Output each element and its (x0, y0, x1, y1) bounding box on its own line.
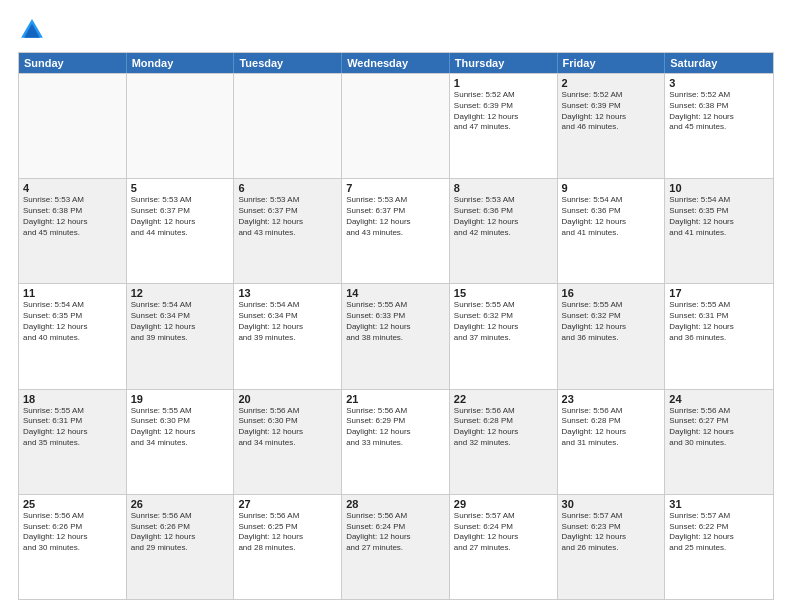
calendar-row-3: 18Sunrise: 5:55 AM Sunset: 6:31 PM Dayli… (19, 389, 773, 494)
day-cell-16: 16Sunrise: 5:55 AM Sunset: 6:32 PM Dayli… (558, 284, 666, 388)
day-cell-12: 12Sunrise: 5:54 AM Sunset: 6:34 PM Dayli… (127, 284, 235, 388)
day-cell-14: 14Sunrise: 5:55 AM Sunset: 6:33 PM Dayli… (342, 284, 450, 388)
day-info: Sunrise: 5:57 AM Sunset: 6:22 PM Dayligh… (669, 511, 769, 554)
day-cell-21: 21Sunrise: 5:56 AM Sunset: 6:29 PM Dayli… (342, 390, 450, 494)
day-number: 17 (669, 287, 769, 299)
empty-cell-0-3 (342, 74, 450, 178)
day-info: Sunrise: 5:57 AM Sunset: 6:23 PM Dayligh… (562, 511, 661, 554)
header-day-monday: Monday (127, 53, 235, 73)
day-cell-1: 1Sunrise: 5:52 AM Sunset: 6:39 PM Daylig… (450, 74, 558, 178)
day-info: Sunrise: 5:56 AM Sunset: 6:28 PM Dayligh… (454, 406, 553, 449)
day-cell-10: 10Sunrise: 5:54 AM Sunset: 6:35 PM Dayli… (665, 179, 773, 283)
day-number: 22 (454, 393, 553, 405)
day-info: Sunrise: 5:53 AM Sunset: 6:38 PM Dayligh… (23, 195, 122, 238)
day-cell-22: 22Sunrise: 5:56 AM Sunset: 6:28 PM Dayli… (450, 390, 558, 494)
header-day-tuesday: Tuesday (234, 53, 342, 73)
header-day-thursday: Thursday (450, 53, 558, 73)
day-number: 5 (131, 182, 230, 194)
day-cell-19: 19Sunrise: 5:55 AM Sunset: 6:30 PM Dayli… (127, 390, 235, 494)
day-cell-17: 17Sunrise: 5:55 AM Sunset: 6:31 PM Dayli… (665, 284, 773, 388)
day-info: Sunrise: 5:56 AM Sunset: 6:27 PM Dayligh… (669, 406, 769, 449)
day-number: 10 (669, 182, 769, 194)
day-cell-11: 11Sunrise: 5:54 AM Sunset: 6:35 PM Dayli… (19, 284, 127, 388)
calendar-header: SundayMondayTuesdayWednesdayThursdayFrid… (19, 53, 773, 73)
day-number: 3 (669, 77, 769, 89)
day-number: 31 (669, 498, 769, 510)
day-number: 19 (131, 393, 230, 405)
day-info: Sunrise: 5:54 AM Sunset: 6:34 PM Dayligh… (238, 300, 337, 343)
day-info: Sunrise: 5:53 AM Sunset: 6:37 PM Dayligh… (346, 195, 445, 238)
day-cell-29: 29Sunrise: 5:57 AM Sunset: 6:24 PM Dayli… (450, 495, 558, 599)
day-cell-27: 27Sunrise: 5:56 AM Sunset: 6:25 PM Dayli… (234, 495, 342, 599)
day-info: Sunrise: 5:56 AM Sunset: 6:26 PM Dayligh… (131, 511, 230, 554)
day-number: 18 (23, 393, 122, 405)
day-info: Sunrise: 5:52 AM Sunset: 6:38 PM Dayligh… (669, 90, 769, 133)
header-day-friday: Friday (558, 53, 666, 73)
header-day-saturday: Saturday (665, 53, 773, 73)
day-cell-4: 4Sunrise: 5:53 AM Sunset: 6:38 PM Daylig… (19, 179, 127, 283)
day-number: 24 (669, 393, 769, 405)
empty-cell-0-0 (19, 74, 127, 178)
day-info: Sunrise: 5:55 AM Sunset: 6:31 PM Dayligh… (23, 406, 122, 449)
day-info: Sunrise: 5:54 AM Sunset: 6:34 PM Dayligh… (131, 300, 230, 343)
day-number: 13 (238, 287, 337, 299)
day-cell-8: 8Sunrise: 5:53 AM Sunset: 6:36 PM Daylig… (450, 179, 558, 283)
day-info: Sunrise: 5:53 AM Sunset: 6:37 PM Dayligh… (238, 195, 337, 238)
day-info: Sunrise: 5:55 AM Sunset: 6:33 PM Dayligh… (346, 300, 445, 343)
day-cell-2: 2Sunrise: 5:52 AM Sunset: 6:39 PM Daylig… (558, 74, 666, 178)
day-number: 27 (238, 498, 337, 510)
day-number: 1 (454, 77, 553, 89)
day-cell-20: 20Sunrise: 5:56 AM Sunset: 6:30 PM Dayli… (234, 390, 342, 494)
day-number: 26 (131, 498, 230, 510)
day-number: 2 (562, 77, 661, 89)
day-info: Sunrise: 5:54 AM Sunset: 6:35 PM Dayligh… (669, 195, 769, 238)
day-info: Sunrise: 5:56 AM Sunset: 6:29 PM Dayligh… (346, 406, 445, 449)
day-number: 20 (238, 393, 337, 405)
header (18, 16, 774, 44)
day-info: Sunrise: 5:53 AM Sunset: 6:37 PM Dayligh… (131, 195, 230, 238)
day-info: Sunrise: 5:55 AM Sunset: 6:32 PM Dayligh… (454, 300, 553, 343)
day-number: 15 (454, 287, 553, 299)
day-number: 14 (346, 287, 445, 299)
day-cell-24: 24Sunrise: 5:56 AM Sunset: 6:27 PM Dayli… (665, 390, 773, 494)
day-number: 7 (346, 182, 445, 194)
day-number: 6 (238, 182, 337, 194)
day-cell-30: 30Sunrise: 5:57 AM Sunset: 6:23 PM Dayli… (558, 495, 666, 599)
day-number: 8 (454, 182, 553, 194)
day-cell-31: 31Sunrise: 5:57 AM Sunset: 6:22 PM Dayli… (665, 495, 773, 599)
day-cell-28: 28Sunrise: 5:56 AM Sunset: 6:24 PM Dayli… (342, 495, 450, 599)
day-info: Sunrise: 5:55 AM Sunset: 6:31 PM Dayligh… (669, 300, 769, 343)
day-cell-6: 6Sunrise: 5:53 AM Sunset: 6:37 PM Daylig… (234, 179, 342, 283)
day-number: 4 (23, 182, 122, 194)
day-number: 9 (562, 182, 661, 194)
logo (18, 16, 50, 44)
calendar-body: 1Sunrise: 5:52 AM Sunset: 6:39 PM Daylig… (19, 73, 773, 599)
day-info: Sunrise: 5:55 AM Sunset: 6:32 PM Dayligh… (562, 300, 661, 343)
day-number: 28 (346, 498, 445, 510)
day-info: Sunrise: 5:56 AM Sunset: 6:26 PM Dayligh… (23, 511, 122, 554)
day-info: Sunrise: 5:55 AM Sunset: 6:30 PM Dayligh… (131, 406, 230, 449)
day-number: 23 (562, 393, 661, 405)
day-number: 11 (23, 287, 122, 299)
calendar: SundayMondayTuesdayWednesdayThursdayFrid… (18, 52, 774, 600)
day-info: Sunrise: 5:56 AM Sunset: 6:30 PM Dayligh… (238, 406, 337, 449)
day-cell-23: 23Sunrise: 5:56 AM Sunset: 6:28 PM Dayli… (558, 390, 666, 494)
calendar-row-0: 1Sunrise: 5:52 AM Sunset: 6:39 PM Daylig… (19, 73, 773, 178)
day-info: Sunrise: 5:52 AM Sunset: 6:39 PM Dayligh… (454, 90, 553, 133)
day-info: Sunrise: 5:53 AM Sunset: 6:36 PM Dayligh… (454, 195, 553, 238)
day-number: 30 (562, 498, 661, 510)
calendar-row-1: 4Sunrise: 5:53 AM Sunset: 6:38 PM Daylig… (19, 178, 773, 283)
calendar-row-4: 25Sunrise: 5:56 AM Sunset: 6:26 PM Dayli… (19, 494, 773, 599)
header-day-wednesday: Wednesday (342, 53, 450, 73)
day-cell-9: 9Sunrise: 5:54 AM Sunset: 6:36 PM Daylig… (558, 179, 666, 283)
day-cell-7: 7Sunrise: 5:53 AM Sunset: 6:37 PM Daylig… (342, 179, 450, 283)
day-info: Sunrise: 5:56 AM Sunset: 6:28 PM Dayligh… (562, 406, 661, 449)
logo-icon (18, 16, 46, 44)
day-number: 16 (562, 287, 661, 299)
empty-cell-0-2 (234, 74, 342, 178)
page: SundayMondayTuesdayWednesdayThursdayFrid… (0, 0, 792, 612)
day-number: 21 (346, 393, 445, 405)
header-day-sunday: Sunday (19, 53, 127, 73)
day-info: Sunrise: 5:57 AM Sunset: 6:24 PM Dayligh… (454, 511, 553, 554)
day-cell-13: 13Sunrise: 5:54 AM Sunset: 6:34 PM Dayli… (234, 284, 342, 388)
